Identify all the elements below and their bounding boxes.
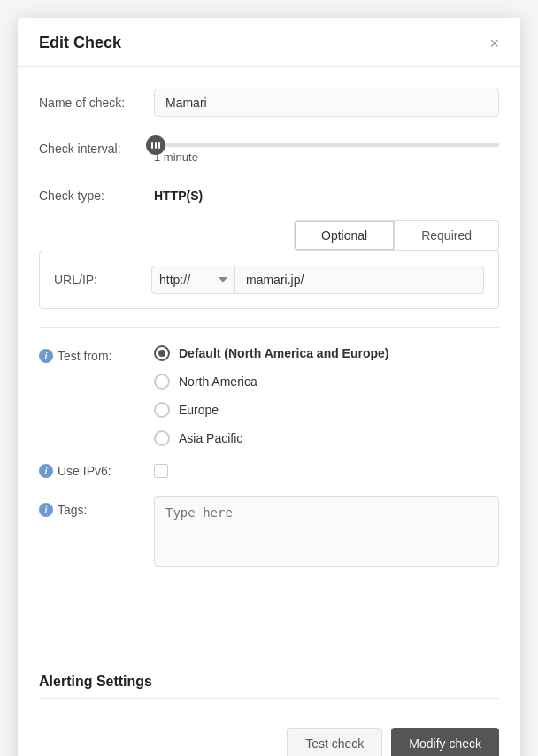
radio-dot-default — [158, 350, 165, 357]
modal-title: Edit Check — [39, 34, 121, 52]
test-from-row: i Test from: Default (North America and … — [39, 345, 499, 446]
type-label: Check type: — [39, 181, 154, 203]
radio-circle-asia-pacific — [154, 430, 170, 446]
ipv6-info-icon: i — [39, 464, 53, 478]
modal-header: Edit Check × — [18, 18, 520, 67]
name-input[interactable] — [154, 89, 499, 117]
tags-textarea[interactable] — [154, 496, 499, 567]
radio-item-europe[interactable]: Europe — [154, 402, 499, 418]
alerting-title: Alerting Settings — [39, 674, 499, 699]
alerting-section: Alerting Settings — [18, 674, 520, 714]
type-value: HTTP(S) — [154, 181, 203, 203]
interval-wrap: 1 minute — [154, 135, 499, 164]
ipv6-checkbox[interactable] — [154, 464, 168, 478]
tags-info-icon: i — [39, 503, 53, 517]
radio-item-north-america[interactable]: North America — [154, 374, 499, 390]
slider-label: 1 minute — [154, 150, 499, 164]
modal-body: Name of check: Check interval: — [18, 67, 520, 674]
slider-thumb-lines — [151, 142, 160, 149]
name-input-wrap — [154, 89, 499, 117]
radio-circle-europe — [154, 402, 170, 418]
slider-track — [154, 143, 499, 147]
tags-row: i Tags: — [39, 496, 499, 567]
modify-check-button[interactable]: Modify check — [391, 728, 499, 756]
test-check-button[interactable]: Test check — [287, 728, 382, 756]
url-input[interactable] — [235, 266, 484, 294]
ipv6-row: i Use IPv6: — [39, 464, 499, 478]
radio-label-north-america: North America — [179, 374, 257, 389]
modal-footer: Test check Modify check — [18, 714, 520, 756]
radio-item-default[interactable]: Default (North America and Europe) — [154, 345, 499, 361]
test-from-info-icon: i — [39, 349, 53, 363]
edit-check-modal: Edit Check × Name of check: Check interv… — [18, 18, 520, 756]
url-section: URL/IP: http:// https:// — [39, 251, 499, 309]
type-row: Check type: HTTP(S) — [39, 181, 499, 203]
tabs-row: Optional Required — [39, 220, 499, 251]
slider-thumb-line-3 — [158, 142, 160, 149]
radio-item-asia-pacific[interactable]: Asia Pacific — [154, 430, 499, 446]
required-tab[interactable]: Required — [395, 220, 499, 251]
url-protocol-select[interactable]: http:// https:// — [151, 266, 235, 294]
slider-thumb-line-2 — [155, 142, 157, 149]
slider-thumb[interactable] — [146, 135, 165, 155]
test-from-label: i Test from: — [39, 345, 154, 363]
divider — [39, 327, 499, 328]
radio-circle-north-america — [154, 374, 170, 390]
radio-group: Default (North America and Europe) North… — [154, 345, 499, 446]
toggle-group: Optional Required — [294, 220, 499, 251]
ipv6-label: i Use IPv6: — [39, 464, 154, 478]
close-button[interactable]: × — [489, 35, 499, 51]
slider-thumb-line-1 — [151, 142, 153, 149]
interval-row: Check interval: 1 minute — [39, 135, 499, 164]
name-row: Name of check: — [39, 89, 499, 117]
name-label: Name of check: — [39, 89, 154, 110]
interval-label: Check interval: — [39, 135, 154, 156]
slider-wrap: 1 minute — [154, 143, 499, 164]
optional-tab[interactable]: Optional — [294, 220, 395, 251]
radio-label-default: Default (North America and Europe) — [179, 346, 389, 360]
radio-label-europe: Europe — [179, 403, 219, 417]
url-label: URL/IP: — [54, 273, 151, 287]
radio-circle-default — [154, 345, 170, 361]
tags-label: i Tags: — [39, 496, 154, 517]
radio-label-asia-pacific: Asia Pacific — [179, 431, 242, 445]
